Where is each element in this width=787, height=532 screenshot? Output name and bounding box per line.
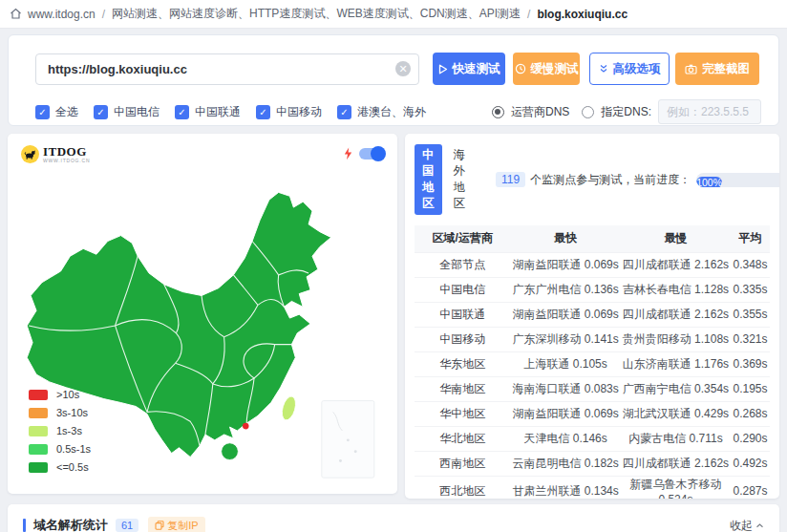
table-row: 中国电信广东广州电信 0.136s吉林长春电信 1.128s0.335s [415, 277, 770, 302]
copy-ip-button[interactable]: 复制IP [148, 517, 204, 532]
isp-checkbox[interactable]: ✓全选 [35, 104, 78, 120]
chevron-double-down-icon [599, 64, 608, 74]
checkbox-label: 中国联通 [195, 104, 241, 120]
map-legend: >10s3s-10s1s-3s0.5s-1s<=0.5s [29, 382, 91, 473]
legend-item: 0.5s-1s [29, 443, 91, 455]
slow-test-button[interactable]: 缓慢测试 [513, 53, 580, 85]
results-table-head: 区域/运营商 最快 最慢 平均 [415, 225, 770, 252]
table-cell: 湖南益阳联通 0.069s [510, 401, 620, 426]
table-cell: 湖北武汉联通 0.429s [621, 401, 731, 426]
legend-swatch [29, 462, 48, 473]
clock-icon [515, 63, 526, 74]
header-average: 平均 [731, 225, 770, 252]
table-cell: 华东地区 [415, 351, 510, 376]
taiwan-island [280, 394, 298, 421]
camera-icon [685, 64, 697, 74]
breadcrumb-separator: / [102, 8, 105, 21]
progress-bar: 100% [696, 173, 779, 187]
home-icon [10, 8, 22, 20]
custom-dns-radio[interactable] [582, 106, 594, 118]
checkbox-label: 全选 [55, 104, 78, 120]
carrier-dns-radio[interactable] [492, 106, 504, 118]
table-cell: 新疆乌鲁木齐移动 0.524s [621, 476, 731, 499]
map-toggle-switch[interactable] [359, 148, 384, 160]
legend-swatch [29, 408, 48, 418]
legend-label: 3s-10s [56, 407, 88, 418]
advanced-options-button[interactable]: 高级选项 [589, 53, 670, 85]
table-cell: 0.492s [731, 451, 770, 476]
logo-subtitle: WWW.ITDOG.CN [43, 158, 90, 163]
options-row: ✓全选✓中国电信✓中国联通✓中国移动✓港澳台、海外 运营商DNS 指定DNS: [9, 85, 778, 124]
dns-option-group: 运营商DNS 指定DNS: [492, 99, 761, 124]
legend-label: 0.5s-1s [56, 443, 91, 455]
breadcrumb-separator: / [527, 8, 530, 21]
progress-fill: 100% [696, 177, 722, 187]
table-cell: 四川成都联通 2.162s [621, 302, 731, 327]
table-cell: 全部节点 [415, 252, 510, 277]
lightning-icon[interactable] [344, 147, 352, 160]
table-row: 华东地区上海联通 0.105s山东济南联通 1.176s0.369s [415, 351, 770, 376]
isp-checkbox-group: ✓全选✓中国电信✓中国联通✓中国移动✓港澳台、海外 [35, 104, 426, 120]
table-cell: 0.268s [731, 401, 770, 426]
dns-stats-title: 域名解析统计 [33, 517, 108, 532]
table-cell: 上海联通 0.105s [510, 351, 620, 376]
isp-checkbox[interactable]: ✓中国移动 [256, 104, 322, 120]
table-cell: 四川成都联通 2.162s [621, 451, 731, 476]
checkbox-label: 港澳台、海外 [357, 104, 426, 120]
isp-checkbox[interactable]: ✓中国电信 [94, 104, 160, 120]
url-input-wrap: ✕ [35, 53, 419, 85]
table-cell: 0.195s [731, 376, 770, 401]
isp-checkbox[interactable]: ✓港澳台、海外 [337, 104, 426, 120]
isp-checkbox[interactable]: ✓中国联通 [175, 104, 241, 120]
toggle-knob [371, 146, 386, 161]
checkbox-check-icon: ✓ [94, 105, 108, 119]
table-cell: 0.287s [731, 476, 770, 499]
table-cell: 海南海口联通 0.083s [510, 376, 620, 401]
table-cell: 湖南益阳联通 0.069s [510, 252, 620, 277]
legend-item: 1s-3s [29, 425, 91, 436]
legend-label: 1s-3s [56, 425, 82, 436]
url-input[interactable] [35, 53, 419, 85]
logo-text: ITDOG WWW.ITDOG.CN [43, 146, 90, 163]
table-cell: 湖南益阳联通 0.069s [510, 302, 620, 327]
results-table: 区域/运营商 最快 最慢 平均 全部节点湖南益阳联通 0.069s四川成都联通 … [415, 225, 770, 499]
clear-input-icon[interactable]: ✕ [395, 61, 411, 76]
test-control-panel: ✕ 快速测试 缓慢测试 高级选项 完整截图 ✓全选✓中国电信✓中国联通✓中国移动… [8, 34, 779, 126]
slow-test-label: 缓慢测试 [531, 61, 579, 77]
table-row: 中国联通湖南益阳联通 0.069s四川成都联通 2.162s0.355s [415, 302, 770, 327]
header-region: 区域/运营商 [415, 225, 510, 252]
table-cell: 华中地区 [415, 401, 510, 426]
table-row: 华中地区湖南益阳联通 0.069s湖北武汉联通 0.429s0.268s [415, 401, 770, 426]
tab-china-region[interactable]: 中国地区 [415, 144, 442, 215]
results-table-body: 全部节点湖南益阳联通 0.069s四川成都联通 2.162s0.348s中国电信… [415, 252, 770, 499]
full-screenshot-label: 完整截图 [702, 61, 750, 77]
sea-inset [322, 401, 374, 479]
chevron-up-icon [755, 521, 764, 530]
tab-overseas-region[interactable]: 海外地区 [446, 144, 474, 215]
collapse-button[interactable]: 收起 [730, 518, 764, 532]
header-fastest: 最快 [510, 225, 620, 252]
custom-dns-input[interactable] [658, 99, 761, 124]
carrier-dns-label: 运营商DNS [511, 104, 569, 120]
breadcrumb-services-link[interactable]: 网站测速、网站速度诊断、HTTP速度测试、WEB速度测试、CDN测速、API测速 [112, 6, 521, 22]
table-cell: 0.348s [731, 252, 770, 277]
table-row: 华南地区海南海口联通 0.083s广西南宁电信 0.354s0.195s [415, 376, 770, 401]
play-icon [438, 64, 448, 74]
legend-item: <=0.5s [29, 461, 91, 473]
table-cell: 山东济南联通 1.176s [621, 351, 731, 376]
table-cell: 中国移动 [415, 327, 510, 351]
collapse-label: 收起 [730, 518, 753, 532]
checkbox-label: 中国电信 [114, 104, 160, 120]
quick-test-button[interactable]: 快速测试 [433, 53, 505, 85]
checkbox-check-icon: ✓ [256, 105, 270, 119]
breadcrumb: www.itdog.cn / 网站测速、网站速度诊断、HTTP速度测试、WEB速… [0, 0, 787, 29]
table-row: 中国移动广东深圳移动 0.141s贵州贵阳移动 1.108s0.321s [415, 327, 770, 351]
table-row: 全部节点湖南益阳联通 0.069s四川成都联通 2.162s0.348s [415, 252, 770, 277]
legend-item: >10s [29, 389, 91, 400]
checkbox-check-icon: ✓ [35, 105, 50, 119]
breadcrumb-home-link[interactable]: www.itdog.cn [28, 8, 96, 21]
itdog-logo: ITDOG WWW.ITDOG.CN [21, 145, 90, 163]
full-screenshot-button[interactable]: 完整截图 [675, 53, 759, 85]
quick-test-label: 快速测试 [453, 61, 500, 77]
table-cell: 广西南宁电信 0.354s [621, 376, 731, 401]
